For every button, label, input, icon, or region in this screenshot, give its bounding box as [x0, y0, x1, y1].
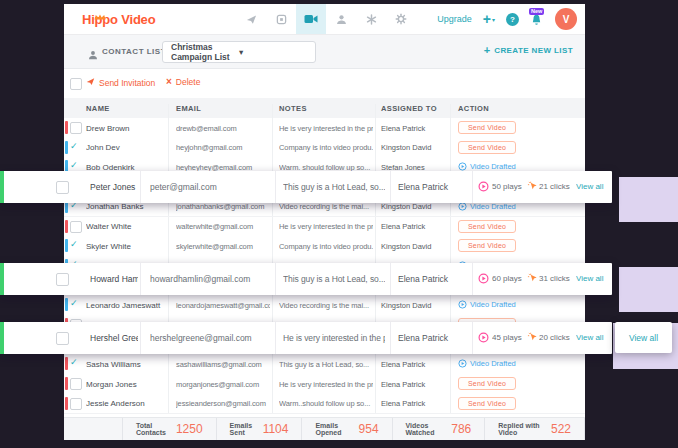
send-video-button[interactable]: Send Video — [458, 377, 516, 390]
contact-name: Drew Brown — [86, 124, 164, 133]
settings-icon[interactable] — [386, 4, 416, 34]
view-all-link[interactable]: View all — [576, 182, 610, 191]
video-drafted-status[interactable]: Video Drafted — [458, 202, 516, 211]
plays-count: 50 plays — [492, 182, 528, 191]
video-drafted-status[interactable]: Video Drafted — [458, 300, 516, 309]
row-checkbox[interactable] — [56, 273, 69, 286]
column-divider — [168, 394, 169, 414]
upgrade-link[interactable]: Upgrade — [437, 14, 472, 24]
row-checkbox[interactable] — [70, 221, 82, 233]
contact-notes: Warm..should follow up so... — [279, 399, 373, 408]
column-divider — [375, 118, 376, 138]
row-accent-bar — [65, 220, 68, 233]
send-video-button[interactable]: Send Video — [458, 239, 516, 252]
play-circle-icon — [478, 273, 489, 284]
assigned-to: Elena Patrick — [381, 124, 447, 133]
integrations-icon[interactable] — [356, 4, 386, 34]
delete-button[interactable]: × Delete — [166, 77, 200, 87]
table-row: Walter Whitewalterwhite@gmail.comHe is v… — [64, 217, 585, 238]
row-checkbox[interactable]: ✓ — [70, 299, 78, 308]
row-checkbox[interactable] — [70, 398, 82, 410]
contact-email: sashawilliams@gmail.com — [176, 360, 270, 369]
contact-email: walterwhite@gmail.com — [176, 222, 270, 231]
record-icon[interactable] — [266, 4, 296, 34]
play-circle-icon — [478, 181, 489, 192]
footer-stat: Total Contacts1250 — [122, 418, 216, 440]
row-checkbox[interactable]: ✓ — [70, 358, 78, 367]
send-icon[interactable] — [236, 4, 266, 34]
contacts-icon[interactable] — [326, 4, 356, 34]
row-checkbox[interactable]: ✓ — [70, 161, 78, 170]
stat-value: 522 — [551, 422, 571, 436]
cursor-click-icon — [527, 273, 538, 284]
column-divider — [450, 374, 451, 394]
avatar[interactable]: V — [555, 8, 577, 30]
send-video-button[interactable]: Send Video — [458, 121, 516, 134]
contact-notes: This guy is a Hot Lead, so... — [283, 182, 385, 192]
column-divider — [168, 236, 169, 256]
table-row: Morgan Jonesmorganjones@gmail.comHe is v… — [64, 374, 585, 395]
column-divider — [375, 394, 376, 414]
chevron-down-icon: ▾ — [239, 47, 307, 57]
column-divider — [272, 295, 273, 315]
column-divider — [272, 354, 273, 374]
assigned-to: Kingston David — [381, 202, 447, 211]
video-drafted-status[interactable]: Video Drafted — [458, 359, 516, 368]
contact-notes: He is very interested in the prod... — [283, 333, 385, 343]
row-checkbox[interactable] — [56, 181, 69, 194]
contact-name: Sasha Williams — [86, 360, 164, 369]
footer-stat: Replied with Video522 — [484, 418, 585, 440]
contact-email: skylerwhite@gmail.com — [176, 242, 270, 251]
view-all-link[interactable]: View all — [576, 333, 610, 342]
create-new-list-button[interactable]: + CREATE NEW LIST — [484, 45, 573, 56]
assigned-to: Elena Patrick — [381, 360, 447, 369]
campaign-list-dropdown[interactable]: Christmas Campaign List ▾ — [162, 41, 316, 63]
send-video-button[interactable]: Send Video — [458, 141, 516, 154]
contact-detail-overlay: Hershel Greenehershelgreene@gmail.comHe … — [0, 322, 612, 354]
row-checkbox[interactable] — [56, 332, 69, 345]
stat-label: Emails Sent — [230, 422, 258, 436]
column-divider — [390, 322, 391, 354]
send-invitation-button[interactable]: Send Invitation — [86, 77, 155, 88]
clicks-count: 21 clicks — [539, 182, 575, 191]
selected-list-value: Christmas Campaign List — [171, 42, 239, 62]
send-video-button[interactable]: Send Video — [458, 397, 516, 410]
new-badge: New — [529, 8, 544, 16]
column-divider — [375, 217, 376, 237]
add-new-button[interactable]: +▾ — [483, 12, 495, 26]
assigned-to: Kingston David — [381, 143, 447, 152]
hippo-video-logo[interactable]: Hippo Video — [82, 10, 155, 30]
contact-notes: This guy is a Hot Lead, so... — [283, 274, 385, 284]
view-all-link[interactable]: View all — [629, 333, 658, 343]
column-divider — [472, 263, 473, 295]
contact-email: drewb@email.com — [176, 124, 270, 133]
row-checkbox[interactable]: ✓ — [70, 142, 78, 151]
view-all-link[interactable]: View all — [576, 274, 610, 283]
row-checkbox[interactable]: ✓ — [70, 240, 78, 249]
row-checkbox[interactable] — [70, 378, 82, 390]
row-checkbox[interactable] — [70, 122, 82, 134]
contact-notes: Company is into video produ... — [279, 143, 373, 152]
row-accent-bar — [65, 357, 68, 370]
assigned-to: Elena Patrick — [398, 182, 468, 192]
table-header: NAMEEMAILNOTESASSIGNED TOACTION — [64, 98, 585, 119]
table-row: Drew Browndrewb@email.comHe is very inte… — [64, 118, 585, 139]
column-divider — [168, 118, 169, 138]
column-header: EMAIL — [176, 104, 201, 113]
help-button[interactable]: ? — [506, 13, 519, 26]
notifications-bell[interactable]: New — [530, 13, 544, 29]
crown-icon — [94, 6, 106, 24]
contact-email: peter@gmail.com — [150, 182, 268, 192]
select-all-checkbox[interactable] — [70, 78, 82, 90]
stat-value: 786 — [451, 422, 471, 436]
contact-name: Hershel Greene — [90, 333, 138, 343]
send-video-button[interactable]: Send Video — [458, 220, 516, 233]
column-divider — [375, 374, 376, 394]
clicks-count: 20 clicks — [539, 333, 575, 342]
contact-detail-overlay: Howard Hamlinhowardhamlin@gmail.comThis … — [0, 263, 612, 295]
video-camera-icon[interactable] — [296, 4, 326, 34]
contact-email: leonardojameswatt@gmail.com — [176, 301, 270, 310]
navbar-right-controls: Upgrade +▾ ? New V — [437, 4, 577, 34]
column-divider — [390, 171, 391, 203]
contact-notes: He is very interested in the prod... — [279, 222, 373, 231]
